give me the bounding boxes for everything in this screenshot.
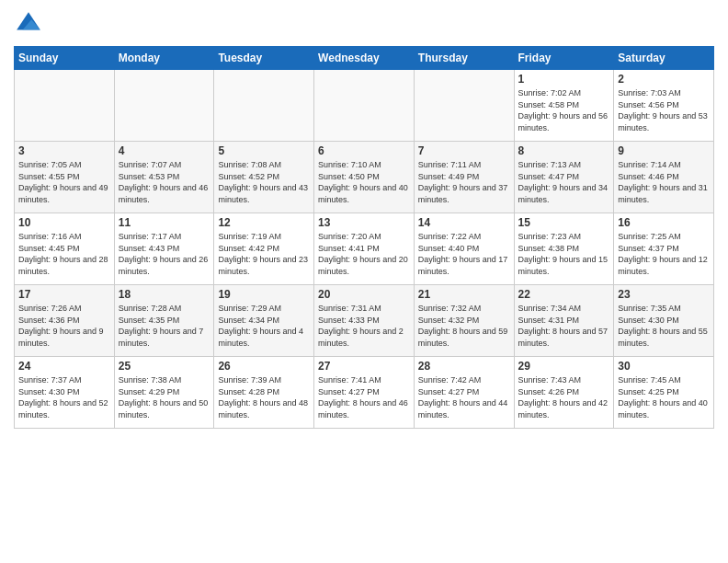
logo [14, 9, 47, 39]
calendar-day-6: 6Sunrise: 7:10 AM Sunset: 4:50 PM Daylig… [314, 142, 415, 213]
day-info: Sunrise: 7:20 AM Sunset: 4:41 PM Dayligh… [318, 231, 410, 277]
calendar-empty-cell [114, 70, 214, 142]
day-info: Sunrise: 7:29 AM Sunset: 4:34 PM Dayligh… [218, 303, 310, 349]
day-info: Sunrise: 7:31 AM Sunset: 4:33 PM Dayligh… [318, 303, 410, 349]
calendar-day-30: 30Sunrise: 7:45 AM Sunset: 4:25 PM Dayli… [614, 357, 714, 429]
calendar-day-29: 29Sunrise: 7:43 AM Sunset: 4:26 PM Dayli… [514, 357, 614, 429]
day-number: 29 [518, 360, 610, 373]
day-info: Sunrise: 7:11 AM Sunset: 4:49 PM Dayligh… [418, 159, 510, 205]
calendar-day-25: 25Sunrise: 7:38 AM Sunset: 4:29 PM Dayli… [114, 357, 214, 429]
day-info: Sunrise: 7:26 AM Sunset: 4:36 PM Dayligh… [18, 303, 110, 349]
calendar-day-23: 23Sunrise: 7:35 AM Sunset: 4:30 PM Dayli… [614, 285, 714, 357]
calendar-day-28: 28Sunrise: 7:42 AM Sunset: 4:27 PM Dayli… [414, 357, 514, 429]
day-number: 22 [518, 288, 610, 301]
weekday-header-saturday: Saturday [614, 47, 714, 70]
day-info: Sunrise: 7:25 AM Sunset: 4:37 PM Dayligh… [618, 231, 710, 277]
calendar-day-4: 4Sunrise: 7:07 AM Sunset: 4:53 PM Daylig… [114, 142, 214, 213]
day-number: 17 [18, 288, 110, 301]
day-number: 14 [418, 216, 510, 229]
calendar-day-26: 26Sunrise: 7:39 AM Sunset: 4:28 PM Dayli… [214, 357, 314, 429]
day-number: 6 [318, 144, 410, 157]
day-info: Sunrise: 7:37 AM Sunset: 4:30 PM Dayligh… [18, 374, 110, 420]
day-info: Sunrise: 7:42 AM Sunset: 4:27 PM Dayligh… [418, 374, 510, 420]
day-info: Sunrise: 7:10 AM Sunset: 4:50 PM Dayligh… [318, 159, 410, 205]
calendar-day-12: 12Sunrise: 7:19 AM Sunset: 4:42 PM Dayli… [214, 213, 314, 285]
day-number: 21 [418, 288, 510, 301]
day-number: 30 [618, 360, 710, 373]
day-number: 3 [18, 144, 110, 157]
calendar-day-11: 11Sunrise: 7:17 AM Sunset: 4:43 PM Dayli… [114, 213, 214, 285]
weekday-header-row: SundayMondayTuesdayWednesdayThursdayFrid… [15, 47, 714, 70]
calendar-page: SundayMondayTuesdayWednesdayThursdayFrid… [0, 0, 728, 563]
day-info: Sunrise: 7:02 AM Sunset: 4:58 PM Dayligh… [518, 87, 610, 133]
day-number: 9 [618, 144, 710, 157]
calendar-week-row: 10Sunrise: 7:16 AM Sunset: 4:45 PM Dayli… [15, 213, 714, 285]
day-number: 27 [318, 360, 410, 373]
logo-icon [14, 9, 43, 39]
day-info: Sunrise: 7:22 AM Sunset: 4:40 PM Dayligh… [418, 231, 510, 277]
day-info: Sunrise: 7:45 AM Sunset: 4:25 PM Dayligh… [618, 374, 710, 420]
calendar-empty-cell [314, 70, 415, 142]
day-number: 8 [518, 144, 610, 157]
calendar-week-row: 3Sunrise: 7:05 AM Sunset: 4:55 PM Daylig… [15, 142, 714, 213]
day-number: 18 [119, 288, 210, 301]
day-number: 1 [518, 73, 610, 86]
calendar-day-22: 22Sunrise: 7:34 AM Sunset: 4:31 PM Dayli… [514, 285, 614, 357]
calendar-week-row: 24Sunrise: 7:37 AM Sunset: 4:30 PM Dayli… [15, 357, 714, 429]
calendar-day-10: 10Sunrise: 7:16 AM Sunset: 4:45 PM Dayli… [15, 213, 115, 285]
day-info: Sunrise: 7:19 AM Sunset: 4:42 PM Dayligh… [218, 231, 310, 277]
day-info: Sunrise: 7:38 AM Sunset: 4:29 PM Dayligh… [119, 374, 210, 420]
day-info: Sunrise: 7:32 AM Sunset: 4:32 PM Dayligh… [418, 303, 510, 349]
calendar-empty-cell [15, 70, 115, 142]
day-number: 11 [119, 216, 210, 229]
calendar-day-17: 17Sunrise: 7:26 AM Sunset: 4:36 PM Dayli… [15, 285, 115, 357]
day-info: Sunrise: 7:34 AM Sunset: 4:31 PM Dayligh… [518, 303, 610, 349]
day-number: 16 [618, 216, 710, 229]
calendar-week-row: 1Sunrise: 7:02 AM Sunset: 4:58 PM Daylig… [15, 70, 714, 142]
calendar-day-13: 13Sunrise: 7:20 AM Sunset: 4:41 PM Dayli… [314, 213, 415, 285]
day-info: Sunrise: 7:07 AM Sunset: 4:53 PM Dayligh… [119, 159, 210, 205]
calendar-day-3: 3Sunrise: 7:05 AM Sunset: 4:55 PM Daylig… [15, 142, 115, 213]
day-number: 2 [618, 73, 710, 86]
calendar-day-19: 19Sunrise: 7:29 AM Sunset: 4:34 PM Dayli… [214, 285, 314, 357]
day-number: 28 [418, 360, 510, 373]
day-info: Sunrise: 7:08 AM Sunset: 4:52 PM Dayligh… [218, 159, 310, 205]
calendar-day-1: 1Sunrise: 7:02 AM Sunset: 4:58 PM Daylig… [514, 70, 614, 142]
calendar-day-15: 15Sunrise: 7:23 AM Sunset: 4:38 PM Dayli… [514, 213, 614, 285]
calendar-day-27: 27Sunrise: 7:41 AM Sunset: 4:27 PM Dayli… [314, 357, 415, 429]
day-number: 15 [518, 216, 610, 229]
weekday-header-friday: Friday [514, 47, 614, 70]
calendar-day-9: 9Sunrise: 7:14 AM Sunset: 4:46 PM Daylig… [614, 142, 714, 213]
calendar-day-20: 20Sunrise: 7:31 AM Sunset: 4:33 PM Dayli… [314, 285, 415, 357]
weekday-header-thursday: Thursday [414, 47, 514, 70]
day-number: 20 [318, 288, 410, 301]
calendar-week-row: 17Sunrise: 7:26 AM Sunset: 4:36 PM Dayli… [15, 285, 714, 357]
day-number: 7 [418, 144, 510, 157]
weekday-header-monday: Monday [114, 47, 214, 70]
day-info: Sunrise: 7:39 AM Sunset: 4:28 PM Dayligh… [218, 374, 310, 420]
day-number: 26 [218, 360, 310, 373]
day-number: 4 [119, 144, 210, 157]
calendar-day-18: 18Sunrise: 7:28 AM Sunset: 4:35 PM Dayli… [114, 285, 214, 357]
day-number: 19 [218, 288, 310, 301]
day-info: Sunrise: 7:05 AM Sunset: 4:55 PM Dayligh… [18, 159, 110, 205]
calendar-day-5: 5Sunrise: 7:08 AM Sunset: 4:52 PM Daylig… [214, 142, 314, 213]
calendar-day-2: 2Sunrise: 7:03 AM Sunset: 4:56 PM Daylig… [614, 70, 714, 142]
day-info: Sunrise: 7:23 AM Sunset: 4:38 PM Dayligh… [518, 231, 610, 277]
calendar-table: SundayMondayTuesdayWednesdayThursdayFrid… [14, 46, 714, 429]
day-number: 5 [218, 144, 310, 157]
calendar-day-24: 24Sunrise: 7:37 AM Sunset: 4:30 PM Dayli… [15, 357, 115, 429]
day-info: Sunrise: 7:43 AM Sunset: 4:26 PM Dayligh… [518, 374, 610, 420]
weekday-header-tuesday: Tuesday [214, 47, 314, 70]
calendar-day-7: 7Sunrise: 7:11 AM Sunset: 4:49 PM Daylig… [414, 142, 514, 213]
calendar-empty-cell [414, 70, 514, 142]
day-info: Sunrise: 7:35 AM Sunset: 4:30 PM Dayligh… [618, 303, 710, 349]
day-info: Sunrise: 7:13 AM Sunset: 4:47 PM Dayligh… [518, 159, 610, 205]
calendar-day-16: 16Sunrise: 7:25 AM Sunset: 4:37 PM Dayli… [614, 213, 714, 285]
day-info: Sunrise: 7:17 AM Sunset: 4:43 PM Dayligh… [119, 231, 210, 277]
day-info: Sunrise: 7:16 AM Sunset: 4:45 PM Dayligh… [18, 231, 110, 277]
day-info: Sunrise: 7:41 AM Sunset: 4:27 PM Dayligh… [318, 374, 410, 420]
day-info: Sunrise: 7:14 AM Sunset: 4:46 PM Dayligh… [618, 159, 710, 205]
calendar-empty-cell [214, 70, 314, 142]
day-number: 25 [119, 360, 210, 373]
